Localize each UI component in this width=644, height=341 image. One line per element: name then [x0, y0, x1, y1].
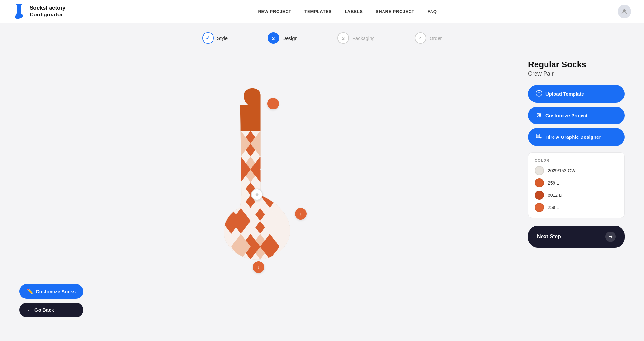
download-icon: ↓	[272, 101, 274, 106]
edit-bubble-foot-side[interactable]: ↓	[295, 208, 307, 220]
color-dot-2	[535, 191, 544, 200]
color-dot-1	[535, 178, 544, 187]
step-label-packaging: Packaging	[352, 35, 375, 41]
nav-labels[interactable]: LABELS	[345, 9, 363, 14]
hire-designer-label: Hire A Graphic Designer	[545, 134, 601, 140]
edit-bubble-cuff[interactable]: ↓	[267, 98, 279, 109]
go-back-button[interactable]: ← Go Back	[19, 303, 83, 317]
product-subtitle: Crew Pair	[528, 71, 625, 77]
upload-template-label: Upload Template	[545, 91, 584, 97]
product-info: Regular Socks Crew Pair	[528, 60, 625, 77]
main-nav: NEW PROJECT TEMPLATES LABELS SHARE PROJE…	[77, 9, 618, 14]
step-circle-style: ✓	[202, 32, 214, 44]
download-icon-2: ↓	[300, 211, 302, 216]
step-circle-order: 4	[415, 32, 426, 44]
download-icon-3: ↓	[258, 265, 260, 270]
svg-point-29	[537, 113, 539, 114]
color-label-3: 259 L	[548, 205, 559, 210]
arrow-right-icon	[605, 232, 616, 242]
logo-area: SocksFactoryConfigurator	[13, 4, 77, 19]
step-design: 2 Design	[268, 32, 298, 44]
connector-3	[379, 38, 411, 38]
edit-bubble-toe[interactable]: ↓	[253, 261, 264, 273]
circle-icon: ●	[255, 191, 259, 198]
color-row-2: 6012 D	[535, 191, 618, 200]
color-panel: COLOR 2029/153 OW 259 L 6012 D 259 L	[528, 152, 625, 218]
color-dot-3	[535, 203, 544, 212]
upload-template-button[interactable]: Upload Template	[528, 85, 625, 103]
svg-point-31	[538, 116, 539, 117]
logo-icon	[13, 4, 26, 19]
color-row-1: 259 L	[535, 178, 618, 187]
hire-designer-button[interactable]: Hire A Graphic Designer	[528, 128, 625, 146]
step-label-style: Style	[217, 35, 228, 41]
next-step-label: Next Step	[537, 234, 561, 240]
svg-rect-3	[235, 86, 267, 131]
pencil-icon: ✏️	[27, 289, 33, 294]
logo-text: SocksFactoryConfigurator	[30, 5, 66, 18]
connector-2	[301, 38, 334, 38]
step-order: 4 Order	[415, 32, 442, 44]
step-packaging: 3 Packaging	[337, 32, 375, 44]
right-panel: Regular Socks Crew Pair Upload Template	[528, 57, 625, 327]
user-avatar[interactable]	[618, 5, 631, 18]
stepper: ✓ Style 2 Design 3 Packaging 4 Order	[0, 23, 644, 50]
step-label-design: Design	[282, 35, 298, 41]
svg-point-2	[623, 9, 626, 12]
preview-area: ↓ ● ↓ ↓ ✏️ Customize Socks ← Go Ba	[19, 57, 515, 327]
color-label-2: 6012 D	[548, 193, 562, 198]
step-label-order: Order	[430, 35, 442, 41]
customize-project-label: Customize Project	[545, 113, 588, 118]
svg-marker-15	[222, 182, 241, 208]
upload-icon	[536, 90, 542, 98]
svg-marker-10	[260, 156, 279, 182]
next-step-button[interactable]: Next Step	[528, 226, 625, 248]
sliders-icon	[536, 112, 542, 119]
edit-bubble-leg[interactable]: ●	[251, 189, 263, 200]
step-circle-design: 2	[268, 32, 279, 44]
step-circle-packaging: 3	[337, 32, 349, 44]
pen-icon	[536, 133, 542, 141]
bottom-buttons: ✏️ Customize Socks ← Go Back	[19, 284, 83, 317]
product-title: Regular Socks	[528, 60, 625, 69]
connector-1	[232, 38, 264, 38]
main-content: ↓ ● ↓ ↓ ✏️ Customize Socks ← Go Ba	[0, 50, 644, 340]
step-style: ✓ Style	[202, 32, 228, 44]
customize-socks-button[interactable]: ✏️ Customize Socks	[19, 284, 83, 299]
sock-preview: ↓ ● ↓ ↓	[190, 86, 345, 298]
color-panel-title: COLOR	[535, 158, 618, 162]
color-dot-0	[535, 166, 544, 175]
nav-new-project[interactable]: NEW PROJECT	[258, 9, 291, 14]
header: SocksFactoryConfigurator NEW PROJECT TEM…	[0, 0, 644, 23]
color-row-0: 2029/153 OW	[535, 166, 618, 175]
nav-faq[interactable]: FAQ	[427, 9, 437, 14]
svg-point-30	[539, 114, 541, 116]
color-label-1: 259 L	[548, 180, 559, 185]
color-row-3: 259 L	[535, 203, 618, 212]
nav-templates[interactable]: TEMPLATES	[304, 9, 332, 14]
customize-project-button[interactable]: Customize Project	[528, 107, 625, 124]
nav-share-project[interactable]: SHARE PROJECT	[376, 9, 415, 14]
svg-rect-1	[17, 5, 21, 14]
arrow-left-icon: ←	[27, 307, 32, 313]
color-label-0: 2029/153 OW	[548, 168, 575, 173]
action-buttons: Upload Template Customize Project	[528, 85, 625, 146]
